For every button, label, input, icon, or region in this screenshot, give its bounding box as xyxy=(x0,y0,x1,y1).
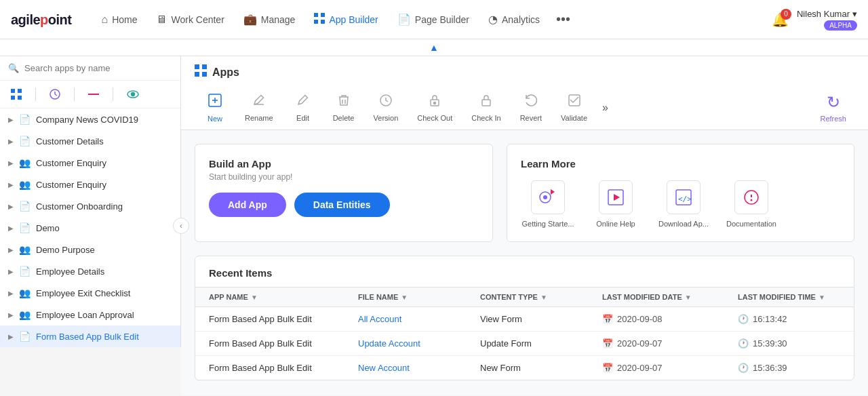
toolbar-checkout-label: Check Out xyxy=(417,114,452,122)
toolbar-delete-button[interactable]: Delete xyxy=(323,89,364,126)
table-row: Form Based App Bulk Edit All Account Vie… xyxy=(195,307,854,332)
svg-rect-0 xyxy=(314,13,318,17)
sidebar-item-demo-purpose[interactable]: ▶ 👥 Demo Purpose xyxy=(0,239,180,260)
delete-icon xyxy=(336,93,351,111)
sidebar-item-customer-onboarding[interactable]: ▶ 📄 Customer Onboarding xyxy=(0,195,180,217)
toolbar-checkin-button[interactable]: Check In xyxy=(462,89,510,126)
sidebar-item-customer-enquiry-1[interactable]: ▶ 👥 Customer Enquiry xyxy=(0,152,180,174)
content-body: Build an App Start building your app! Ad… xyxy=(181,130,868,394)
appbuilder-icon xyxy=(314,13,325,26)
group-icon: 👥 xyxy=(19,179,31,190)
sidebar-label: Customer Enquiry xyxy=(36,158,106,168)
sidebar-item-form-bulk-edit[interactable]: ▶ 📄 Form Based App Bulk Edit xyxy=(0,325,180,347)
svg-rect-5 xyxy=(18,89,22,93)
nav-analytics-label: Analytics xyxy=(502,14,540,25)
monitor-icon: 🖥 xyxy=(156,14,167,26)
user-menu[interactable]: Nilesh Kumar ▾ ALPHA xyxy=(797,9,857,31)
cell-file-name[interactable]: All Account xyxy=(358,314,480,324)
filter-grid-button[interactable] xyxy=(8,86,24,102)
cell-file-name[interactable]: New Account xyxy=(358,363,480,373)
table-header: APP NAME ▼ FILE NAME ▼ CONTENT TYPE ▼ LA… xyxy=(195,288,854,307)
sidebar-label: Customer Enquiry xyxy=(36,180,106,190)
nav-home[interactable]: ⌂ Home xyxy=(93,9,145,30)
filter-divider-2 xyxy=(74,87,75,101)
svg-rect-1 xyxy=(321,13,325,17)
nav-analytics[interactable]: ◔ Analytics xyxy=(480,9,548,30)
sidebar-item-employee-loan[interactable]: ▶ 👥 Employee Loan Approval xyxy=(0,304,180,325)
nav-items: ⌂ Home 🖥 Work Center 💼 Manage App Builde… xyxy=(93,9,772,31)
svg-point-13 xyxy=(132,93,135,96)
svg-text:</>: </> xyxy=(678,195,692,203)
version-icon xyxy=(378,93,393,111)
sidebar-label: Employee Details xyxy=(36,266,104,277)
nav-appbuilder[interactable]: App Builder xyxy=(306,9,386,31)
revert-icon xyxy=(524,93,538,111)
learn-item-download[interactable]: </> Download Ap... xyxy=(656,180,711,228)
cell-date: 📅 2020-09-07 xyxy=(602,363,738,373)
toolbar-new-button[interactable]: New xyxy=(195,88,235,127)
th-last-modified-date[interactable]: LAST MODIFIED DATE ▼ xyxy=(602,293,738,301)
sidebar-item-demo[interactable]: ▶ 📄 Demo xyxy=(0,217,180,239)
toolbar: New Rename Edit xyxy=(195,88,854,130)
nav-more-button[interactable]: ••• xyxy=(551,9,576,30)
sidebar-item-employee-exit[interactable]: ▶ 👥 Employee Exit Checklist xyxy=(0,282,180,304)
clock-icon: 🕐 xyxy=(738,338,749,349)
rename-icon xyxy=(252,93,267,111)
cell-time: 🕐 15:36:39 xyxy=(738,363,860,373)
toolbar-revert-button[interactable]: Revert xyxy=(511,89,551,126)
th-sort-icon: ▼ xyxy=(251,294,258,301)
learn-panel-title: Learn More xyxy=(521,158,840,170)
learn-download-label: Download Ap... xyxy=(658,220,709,228)
toolbar-more-button[interactable]: » xyxy=(597,98,614,118)
toolbar-checkout-button[interactable]: Check Out xyxy=(408,89,462,126)
filter-clock-button[interactable] xyxy=(47,86,63,102)
toolbar-delete-label: Delete xyxy=(333,114,355,122)
sidebar: 🔍 xyxy=(0,56,181,347)
cell-content-type: Update Form xyxy=(480,338,602,349)
svg-marker-31 xyxy=(614,194,620,201)
toolbar-revert-label: Revert xyxy=(520,114,542,122)
svg-point-36 xyxy=(751,199,753,201)
collapse-bar[interactable]: ▲ xyxy=(0,39,868,56)
sidebar-item-company-news[interactable]: ▶ 📄 Company News COVID19 xyxy=(0,108,180,130)
cell-file-name[interactable]: Update Account xyxy=(358,338,480,349)
svg-rect-7 xyxy=(18,96,22,100)
arrow-icon: ▶ xyxy=(8,224,14,232)
search-input[interactable] xyxy=(24,63,172,73)
th-last-modified-time[interactable]: LAST MODIFIED TIME ▼ xyxy=(738,293,860,301)
learn-item-documentation[interactable]: Documentation xyxy=(724,180,778,228)
data-entities-button[interactable]: Data Entities xyxy=(294,193,390,217)
toolbar-version-button[interactable]: Version xyxy=(364,89,408,126)
th-app-name[interactable]: APP NAME ▼ xyxy=(209,293,358,301)
nav-pagebuilder[interactable]: 📄 Page Builder xyxy=(389,9,477,30)
toolbar-rename-button[interactable]: Rename xyxy=(235,89,283,126)
svg-rect-15 xyxy=(202,64,207,69)
sidebar-item-customer-details[interactable]: ▶ 📄 Customer Details xyxy=(0,130,180,152)
add-app-button[interactable]: Add App xyxy=(209,193,286,217)
nav-pagebuilder-label: Page Builder xyxy=(415,14,469,25)
learn-item-online-help[interactable]: Online Help xyxy=(589,180,643,228)
toolbar-refresh-button[interactable]: ↻ Refresh xyxy=(812,89,854,127)
toolbar-validate-button[interactable]: Validate xyxy=(551,89,597,126)
filter-minus-button[interactable] xyxy=(85,88,102,100)
notification-button[interactable]: 🔔 0 xyxy=(772,12,789,28)
toolbar-refresh-label: Refresh xyxy=(820,115,846,123)
arrow-icon: ▶ xyxy=(8,290,14,297)
learn-getting-started-label: Getting Starte... xyxy=(521,220,574,228)
th-content-type[interactable]: CONTENT TYPE ▼ xyxy=(480,293,602,301)
th-file-name[interactable]: FILE NAME ▼ xyxy=(358,293,480,301)
edit-icon xyxy=(296,93,311,111)
learn-item-getting-started[interactable]: Getting Starte... xyxy=(521,180,575,228)
sidebar-item-customer-enquiry-2[interactable]: ▶ 👥 Customer Enquiry xyxy=(0,174,180,195)
nav-workcenter[interactable]: 🖥 Work Center xyxy=(148,9,232,30)
sidebar-item-employee-details[interactable]: ▶ 📄 Employee Details xyxy=(0,260,180,282)
arrow-icon: ▶ xyxy=(8,311,14,319)
cell-app-name: Form Based App Bulk Edit xyxy=(209,363,358,373)
toolbar-edit-button[interactable]: Edit xyxy=(283,89,323,126)
th-sort-icon: ▼ xyxy=(685,294,692,301)
nav-manage[interactable]: 💼 Manage xyxy=(235,9,304,30)
svg-rect-25 xyxy=(482,100,490,106)
sidebar-collapse-button[interactable]: ‹ xyxy=(173,218,189,234)
filter-eye-button[interactable] xyxy=(124,87,142,101)
sidebar-label: Employee Loan Approval xyxy=(36,310,134,320)
